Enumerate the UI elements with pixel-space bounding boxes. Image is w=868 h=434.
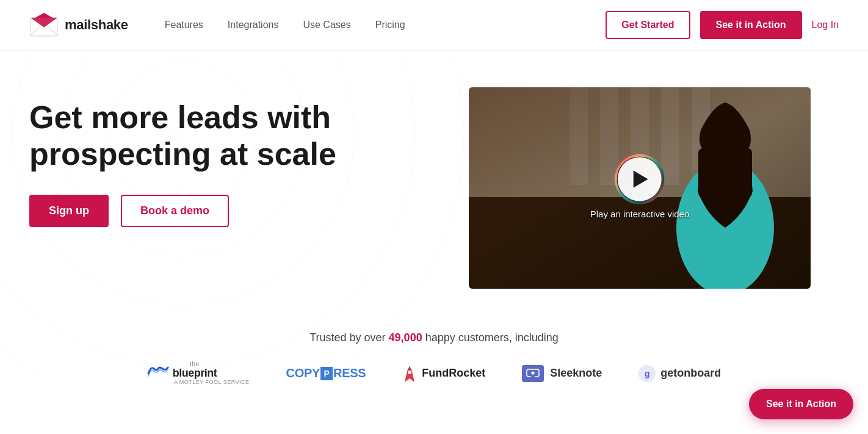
nav-features[interactable]: Features: [165, 20, 203, 31]
mailshake-logo-icon: [29, 13, 59, 37]
nav-pricing[interactable]: Pricing: [375, 20, 405, 31]
fundrocket-icon: [402, 365, 417, 382]
svg-point-17: [532, 371, 535, 374]
getonboard-label: getonboard: [660, 367, 721, 380]
nav-actions: Get Started See it in Action Log In: [606, 11, 839, 39]
logo-copypress: COPY P RESS: [286, 366, 366, 380]
get-started-button[interactable]: Get Started: [606, 11, 690, 39]
getonboard-icon: g: [638, 365, 656, 382]
rainbow-ring: [614, 154, 665, 205]
play-button[interactable]: [618, 157, 662, 201]
hero-headline-line1: Get more leads with: [29, 99, 331, 135]
hero-headline: Get more leads with prospecting at scale: [29, 99, 444, 173]
see-it-in-action-nav-button[interactable]: See it in Action: [700, 11, 802, 39]
svg-rect-13: [743, 148, 752, 197]
logo-text: mailshake: [65, 17, 128, 33]
blueprint-top: the blueprint: [147, 361, 217, 378]
signup-button[interactable]: Sign up: [29, 195, 109, 227]
logo-link[interactable]: mailshake: [29, 13, 128, 37]
header: mailshake Features Integrations Use Case…: [0, 0, 868, 51]
sleeknote-icon: [522, 365, 544, 382]
hero-buttons: Sign up Book a demo: [29, 195, 444, 227]
svg-point-15: [408, 371, 411, 374]
hero-video-section: Play an interactive video: [469, 87, 839, 289]
floating-cta: See it in Action: [749, 389, 853, 419]
svg-point-14: [616, 156, 664, 203]
play-label: Play an interactive video: [590, 209, 690, 219]
nav-use-cases[interactable]: Use Cases: [303, 20, 350, 31]
book-demo-button[interactable]: Book a demo: [121, 195, 229, 227]
logo-fundrocket: FundRocket: [402, 365, 485, 382]
trusted-suffix: happy customers, including: [425, 331, 559, 344]
hero-headline-line2: prospecting at scale: [29, 136, 336, 172]
sleeknote-label: Sleeknote: [550, 367, 602, 380]
hero-left: Get more leads with prospecting at scale…: [29, 87, 444, 227]
page-wrapper: mailshake Features Integrations Use Case…: [0, 0, 868, 434]
logo-getonboard: g getonboard: [638, 365, 721, 382]
fundrocket-label: FundRocket: [422, 367, 485, 380]
logo-sleeknote: Sleeknote: [522, 365, 602, 382]
nav-integrations[interactable]: Integrations: [228, 20, 279, 31]
trusted-prefix: Trusted by over: [309, 331, 385, 344]
play-button-container[interactable]: Play an interactive video: [590, 157, 690, 219]
main-nav: Features Integrations Use Cases Pricing: [165, 20, 606, 31]
blueprint-subtitle: A MOTLEY FOOL SERVICE: [174, 379, 250, 385]
trusted-text: Trusted by over 49,000 happy customers, …: [29, 331, 839, 344]
login-button[interactable]: Log In: [812, 20, 839, 31]
logo-blueprint: the blueprint A MOTLEY FOOL SERVICE: [147, 361, 250, 385]
blueprint-icon: [147, 363, 169, 377]
video-thumbnail[interactable]: Play an interactive video: [469, 87, 811, 289]
svg-rect-12: [698, 148, 707, 197]
trusted-section: Trusted by over 49,000 happy customers, …: [0, 313, 868, 397]
main-content: Get more leads with prospecting at scale…: [0, 51, 868, 313]
trusted-count: 49,000: [389, 331, 422, 344]
floating-see-action-button[interactable]: See it in Action: [749, 389, 853, 419]
client-logos-row: the blueprint A MOTLEY FOOL SERVICE COPY…: [29, 361, 839, 385]
blueprint-name: the blueprint: [173, 361, 217, 378]
